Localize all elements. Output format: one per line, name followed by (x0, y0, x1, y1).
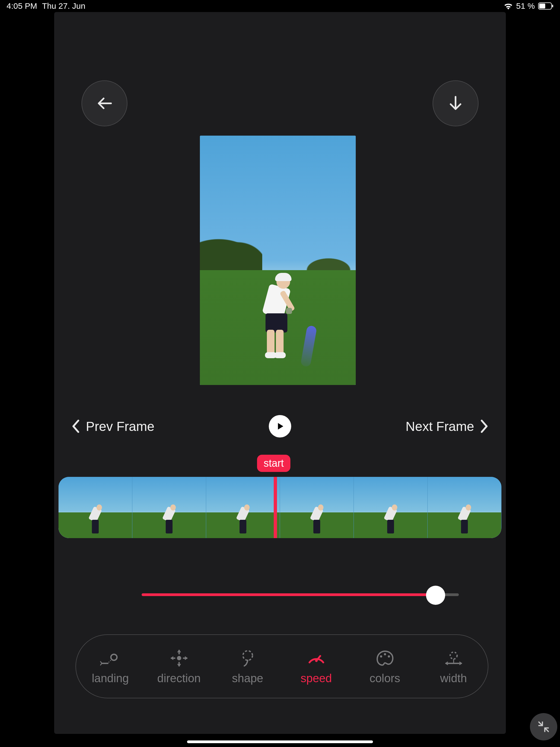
prev-frame-label: Prev Frame (86, 419, 154, 434)
arrow-down-icon (446, 94, 465, 113)
play-icon (275, 421, 285, 431)
svg-point-8 (384, 653, 386, 655)
svg-point-4 (177, 656, 181, 660)
timeline-thumb[interactable] (132, 477, 206, 538)
slider-fill (142, 593, 434, 596)
tool-shape[interactable]: shape (213, 648, 282, 685)
tool-tabs: landing direction shape speed colors wid… (75, 634, 488, 698)
status-date: Thu 27. Jun (42, 1, 85, 11)
tool-label: width (440, 672, 467, 685)
chevron-right-icon (480, 419, 489, 433)
play-button[interactable] (269, 415, 291, 437)
battery-icon (538, 2, 554, 9)
svg-point-10 (450, 652, 457, 659)
wifi-icon (504, 2, 513, 9)
download-button[interactable] (433, 80, 479, 126)
timeline-thumb[interactable] (206, 477, 280, 538)
slider-thumb[interactable] (426, 586, 445, 605)
timeline-thumb[interactable] (280, 477, 354, 538)
timeline-playhead[interactable] (274, 477, 277, 538)
colors-icon (375, 648, 396, 669)
minimize-button[interactable] (530, 713, 557, 741)
tool-label: landing (92, 672, 129, 685)
svg-point-9 (388, 655, 390, 658)
tool-landing[interactable]: landing (76, 648, 145, 685)
width-icon (443, 648, 464, 669)
tool-width[interactable]: width (419, 648, 488, 685)
svg-rect-2 (552, 5, 553, 7)
chevron-left-icon (71, 419, 80, 433)
tool-label: direction (157, 672, 201, 685)
shape-icon (237, 648, 258, 669)
status-battery: 51 % (516, 1, 535, 11)
start-marker[interactable]: start (257, 455, 290, 472)
tool-speed[interactable]: speed (282, 648, 351, 685)
tool-label: speed (301, 672, 332, 685)
arrow-left-icon (95, 94, 114, 113)
tool-label: shape (232, 672, 263, 685)
start-marker-label: start (263, 458, 284, 469)
home-indicator[interactable] (187, 741, 373, 743)
next-frame-label: Next Frame (406, 419, 474, 434)
tool-label: colors (370, 672, 400, 685)
prev-frame-button[interactable]: Prev Frame (71, 419, 154, 434)
video-preview[interactable] (200, 136, 356, 385)
next-frame-button[interactable]: Next Frame (406, 419, 489, 434)
speed-slider[interactable] (142, 584, 459, 606)
frame-timeline[interactable] (58, 477, 502, 538)
timeline-thumb[interactable] (354, 477, 428, 538)
landing-icon (100, 648, 121, 669)
timeline-thumb[interactable] (58, 477, 132, 538)
minimize-icon (536, 720, 551, 734)
status-bar: 4:05 PM Thu 27. Jun 51 % (0, 0, 560, 12)
tool-direction[interactable]: direction (145, 648, 213, 685)
svg-point-6 (315, 660, 318, 662)
svg-point-5 (243, 651, 252, 660)
app-panel: Prev Frame Next Frame start landing (54, 12, 506, 734)
back-button[interactable] (81, 80, 127, 126)
frame-navigation: Prev Frame Next Frame (54, 414, 506, 439)
direction-icon (169, 648, 189, 669)
svg-point-3 (111, 654, 117, 660)
timeline-thumb[interactable] (428, 477, 502, 538)
svg-rect-1 (539, 4, 545, 8)
svg-point-7 (380, 655, 382, 658)
speed-icon (306, 648, 327, 669)
tool-colors[interactable]: colors (351, 648, 419, 685)
status-time: 4:05 PM (6, 1, 37, 11)
